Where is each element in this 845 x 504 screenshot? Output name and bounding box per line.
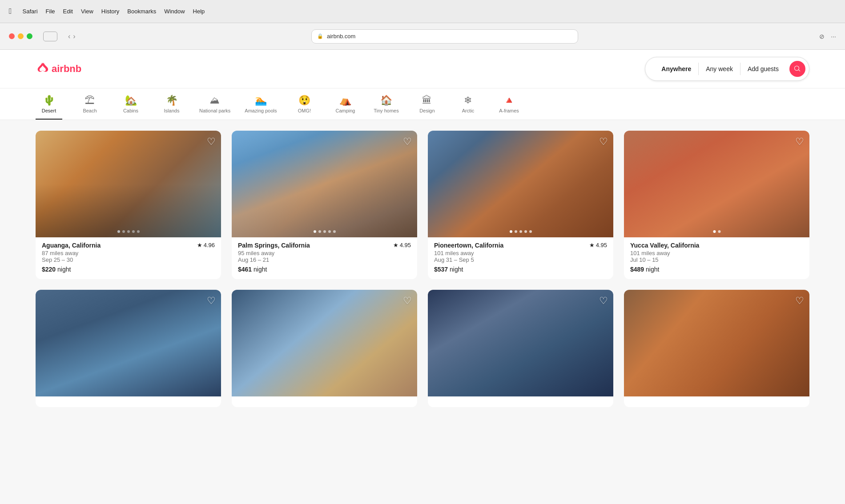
- favorite-button[interactable]: ♡: [403, 295, 412, 307]
- image-dots: [117, 230, 140, 233]
- favorite-button[interactable]: ♡: [599, 136, 608, 148]
- search-any-week[interactable]: Any week: [699, 63, 740, 75]
- listing-card[interactable]: ♡ Yucca Valley, California 101 miles awa…: [624, 131, 809, 279]
- omg-icon: 😲: [298, 96, 310, 105]
- airbnb-page: airbnb Anywhere Any week Add guests 🌵 De…: [0, 50, 845, 504]
- menu-view[interactable]: View: [81, 8, 93, 15]
- listing-card[interactable]: ♡ Pioneertown, California ★ 4.95 101 mil…: [428, 131, 613, 279]
- menu-file[interactable]: File: [46, 8, 55, 15]
- listing-info: [624, 396, 809, 407]
- desert-icon: 🌵: [43, 96, 55, 105]
- listing-rating: ★ 4.96: [197, 242, 215, 248]
- menu-edit[interactable]: Edit: [63, 8, 73, 15]
- dot: [117, 230, 120, 233]
- search-bar[interactable]: Anywhere Any week Add guests: [645, 57, 809, 81]
- browser-extras: ⊘ ···: [819, 33, 836, 40]
- category-beach-label: Beach: [83, 108, 97, 113]
- dot: [328, 230, 331, 233]
- back-arrow[interactable]: ‹: [68, 32, 70, 40]
- listing-card[interactable]: ♡ Palm Springs, California ★ 4.95 95 mil…: [232, 131, 417, 279]
- category-camping-label: Camping: [335, 108, 355, 113]
- amazing-pools-icon: 🏊: [255, 96, 267, 105]
- listing-image: ♡: [36, 290, 221, 396]
- listing-image: ♡: [428, 131, 613, 237]
- image-dots: [314, 230, 336, 233]
- listing-location: Aguanga, California: [42, 242, 101, 249]
- listing-price: $461 night: [238, 266, 411, 273]
- menu-history[interactable]: History: [101, 8, 119, 15]
- search-add-guests[interactable]: Add guests: [740, 63, 786, 75]
- category-desert[interactable]: 🌵 Desert: [36, 96, 62, 120]
- listing-top: Palm Springs, California ★ 4.95: [238, 242, 411, 249]
- listing-distance: 87 miles away: [42, 250, 215, 256]
- shield-icon: ⊘: [819, 33, 825, 40]
- beach-icon: ⛱: [85, 96, 95, 105]
- arctic-icon: ❄: [464, 96, 472, 105]
- favorite-button[interactable]: ♡: [599, 295, 608, 307]
- listing-dates: Aug 31 – Sep 5: [434, 256, 607, 263]
- listing-card[interactable]: ♡: [624, 290, 809, 407]
- dot: [314, 230, 316, 233]
- listing-top: Yucca Valley, California: [630, 242, 803, 249]
- nav-arrows: ‹ ›: [68, 32, 76, 40]
- lock-icon: 🔒: [317, 33, 323, 39]
- camping-icon: ⛺: [339, 96, 351, 105]
- listing-info: Palm Springs, California ★ 4.95 95 miles…: [232, 237, 417, 279]
- category-cabins[interactable]: 🏡 Cabins: [117, 96, 144, 120]
- listing-image: ♡: [36, 131, 221, 237]
- listing-dates: Sep 25 – 30: [42, 256, 215, 263]
- close-button[interactable]: [9, 33, 15, 39]
- airbnb-logo[interactable]: airbnb: [36, 62, 81, 76]
- search-button[interactable]: [789, 61, 805, 77]
- listing-distance: 101 miles away: [434, 250, 607, 256]
- listing-card[interactable]: ♡ Aguanga, California ★ 4.96 87 miles aw…: [36, 131, 221, 279]
- category-nav: 🌵 Desert ⛱ Beach 🏡 Cabins 🌴 Islands ⛰ Na…: [0, 88, 845, 120]
- category-arctic[interactable]: ❄ Arctic: [455, 96, 481, 120]
- listing-card[interactable]: ♡: [36, 290, 221, 407]
- minimize-button[interactable]: [18, 33, 24, 39]
- listing-image: ♡: [232, 131, 417, 237]
- dot: [137, 230, 140, 233]
- a-frames-icon: 🔺: [503, 96, 515, 105]
- listing-image: ♡: [624, 131, 809, 237]
- favorite-button[interactable]: ♡: [207, 295, 216, 307]
- browser-chrome: ‹ › 🔒 airbnb.com ⊘ ···: [0, 23, 845, 50]
- menu-help[interactable]: Help: [193, 8, 205, 15]
- favorite-button[interactable]: ♡: [795, 136, 804, 148]
- category-a-frames[interactable]: 🔺 A-frames: [495, 96, 522, 120]
- maximize-button[interactable]: [27, 33, 32, 39]
- airbnb-logo-icon: [36, 62, 49, 76]
- category-design[interactable]: 🏛 Design: [414, 96, 440, 120]
- dot: [713, 230, 716, 233]
- category-amazing-pools[interactable]: 🏊 Amazing pools: [245, 96, 277, 120]
- listing-card[interactable]: ♡: [428, 290, 613, 407]
- category-islands[interactable]: 🌴 Islands: [158, 96, 185, 120]
- apple-logo: : [9, 7, 12, 16]
- more-icon[interactable]: ···: [831, 33, 836, 40]
- menu-safari[interactable]: Safari: [23, 8, 38, 15]
- listing-price: $220 night: [42, 266, 215, 273]
- category-camping[interactable]: ⛺ Camping: [332, 96, 358, 120]
- listing-dates: Aug 16 – 21: [238, 256, 411, 263]
- favorite-button[interactable]: ♡: [207, 136, 216, 148]
- category-national-parks[interactable]: ⛰ National parks: [199, 96, 230, 120]
- dot: [323, 230, 326, 233]
- airbnb-header: airbnb Anywhere Any week Add guests: [0, 50, 845, 88]
- favorite-button[interactable]: ♡: [403, 136, 412, 148]
- sidebar-toggle[interactable]: [43, 32, 57, 41]
- category-omg[interactable]: 😲 OMG!: [291, 96, 318, 120]
- menu-bookmarks[interactable]: Bookmarks: [127, 8, 156, 15]
- listing-distance: 95 miles away: [238, 250, 411, 256]
- listing-distance: 101 miles away: [630, 250, 803, 256]
- listing-card[interactable]: ♡: [232, 290, 417, 407]
- menu-window[interactable]: Window: [164, 8, 185, 15]
- forward-arrow[interactable]: ›: [73, 32, 75, 40]
- listing-info: [36, 396, 221, 407]
- dot: [515, 230, 517, 233]
- category-omg-label: OMG!: [298, 108, 311, 113]
- category-beach[interactable]: ⛱ Beach: [76, 96, 103, 120]
- category-tiny-homes[interactable]: 🏠 Tiny homes: [373, 96, 399, 120]
- search-anywhere[interactable]: Anywhere: [654, 63, 699, 75]
- favorite-button[interactable]: ♡: [795, 295, 804, 307]
- address-bar[interactable]: 🔒 airbnb.com: [311, 29, 578, 44]
